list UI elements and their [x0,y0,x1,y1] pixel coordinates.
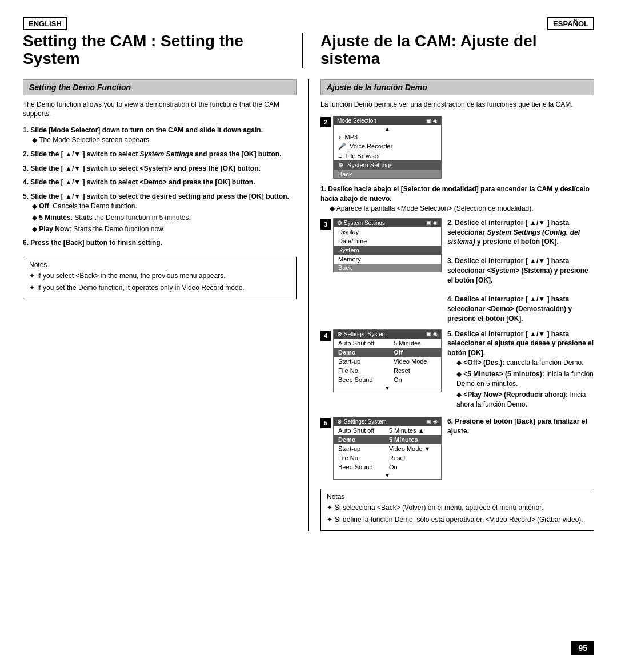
notas-item-2: Si define la función Demo, sólo está ope… [327,515,588,525]
screen5-row-autoshut: Auto Shut off5 Minutes ▲ [334,426,441,435]
screen5-arrow-down: ▼ [334,472,441,479]
screen5-row-startup: Start-upVideo Mode ▼ [334,444,441,453]
screen2-num: 2 [320,117,331,127]
screen5-row-beep: Beep SoundOn [334,462,441,472]
right-step-5-bullet-1: <Off> (Des.): cancela la función Demo. [447,358,594,368]
screen3-item-datetime: Date/Time [334,236,441,246]
screen2-item-back: Back [334,170,441,178]
left-intro: The Demo function allows you to view a d… [23,100,297,119]
notes-title: Notes [29,261,290,269]
screen5-row-demo: Demo5 Minutes [334,435,441,444]
screen2-icons: ▣ ◉ [426,118,438,124]
screen2-row: 2 Mode Selection ▣ ◉ ▲ ♪ MP3 🎤 Voice Rec… [320,116,442,179]
screen3-item-display: Display [334,227,441,236]
screen2-arrow-up: ▲ [334,125,441,132]
right-step-5-bullet-2: <5 Minutes> (5 minutos): Inicia la funci… [447,369,594,389]
lang-badge-english: ENGLISH [23,17,67,30]
screen2-box: Mode Selection ▣ ◉ ▲ ♪ MP3 🎤 Voice Recor… [333,116,442,179]
left-steps: 1. Slide [Mode Selector] down to turn on… [23,126,297,248]
left-section-header: Setting the Demo Function [23,79,297,95]
right-step-2-3: 2. Deslice el interruptor [ ▲/▼ ] hasta … [444,218,594,324]
screens-container: 2 Mode Selection ▣ ◉ ▲ ♪ MP3 🎤 Voice Rec… [320,116,594,179]
screen4-title: ⚙ Settings: System ▣ ◉ [334,330,441,339]
screen3-item-back: Back [334,264,441,272]
step-1-bullet-1: The Mode Selection screen appears. [23,135,297,145]
screen3-num: 3 [320,219,331,230]
screen5-icons: ▣ ◉ [426,419,438,424]
screen3-title-text: ⚙ System Settings [337,220,385,226]
screen4-box: ⚙ Settings: System ▣ ◉ Auto Shut off5 Mi… [333,329,442,392]
two-column-layout: Setting the Demo Function The Demo funct… [23,79,594,531]
step-5-bullet-2: 5 Minutes: Starts the Demo function in 5… [23,213,297,223]
right-section-header: Ajuste de la función Demo [320,79,594,95]
right-step-1: 1. Deslice hacia abajo el [Selector de m… [320,184,594,213]
screen4-arrow-down: ▼ [334,384,441,392]
right-step-6: 6. Presione el botón [Back] para finaliz… [444,417,594,436]
screen4-title-text: ⚙ Settings: System [337,331,387,337]
main-title-row: Setting the CAM : Setting the System Aju… [23,33,594,68]
screen2-title: Mode Selection ▣ ◉ [334,116,441,125]
screen5-box: ⚙ Settings: System ▣ ◉ Auto Shut off5 Mi… [333,417,442,480]
screen5-title: ⚙ Settings: System ▣ ◉ [334,417,441,426]
step-3: 3. Slide the [ ▲/▼ ] switch to select <S… [23,164,297,174]
page-content: ENGLISH ESPAÑOL Setting the CAM : Settin… [23,17,594,531]
screen5-row: 5 ⚙ Settings: System ▣ ◉ Auto Shut off5 … [320,417,594,480]
screen4-num: 4 [320,331,331,341]
screen3-item-memory: Memory [334,255,441,264]
screen4-table: Auto Shut off5 Minutes DemoOff Start-upV… [334,339,441,384]
notas-box: Notas Si selecciona <Back> (Volver) en e… [320,489,594,531]
title-divider [302,33,303,68]
notes-item-2: If you set the Demo function, it operate… [29,283,290,293]
right-step-5-bullet-3: <Play Now> (Reproducir ahora): Inicia ah… [447,390,594,409]
screen3-row: 3 ⚙ System Settings ▣ ◉ Display Date/Tim… [320,218,594,324]
screen2-container: 2 Mode Selection ▣ ◉ ▲ ♪ MP3 🎤 Voice Rec… [320,116,442,179]
screen2-item-system: ⚙ System Settings [334,160,441,170]
screen4-row-autoshut: Auto Shut off5 Minutes [334,339,441,348]
screen5-table: Auto Shut off5 Minutes ▲ Demo5 Minutes S… [334,426,441,472]
notes-box: Notes If you select <Back> in the menu, … [23,257,297,299]
screen2-item-mp3: ♪ MP3 [334,132,441,142]
screen5-title-text: ⚙ Settings: System [337,419,387,425]
notas-item-1: Si selecciona <Back> (Volver) en el menú… [327,503,588,513]
screen2-item-file: ≡ File Browser [334,151,441,160]
main-title-right: Ajuste de la CAM: Ajuste del sistema [309,33,594,68]
step-5: 5. Slide the [ ▲/▼ ] switch to select th… [23,192,297,234]
screen3-title: ⚙ System Settings ▣ ◉ [334,219,441,227]
screen2-item-voice: 🎤 Voice Recorder [334,142,441,151]
screen5-num: 5 [320,418,331,428]
screen4-row-startup: Start-upVideo Mode [334,357,441,366]
step-5-bullet-1: Off: Cancels the Demo function. [23,202,297,211]
screen3-item-system: System [334,246,441,255]
left-column: Setting the Demo Function The Demo funct… [23,79,309,531]
main-title-left: Setting the CAM : Setting the System [23,33,297,68]
screen2-title-text: Mode Selection [337,118,376,124]
screen4-row-demo: DemoOff [334,348,441,357]
notes-item-1: If you select <Back> in the menu, the pr… [29,271,290,281]
page-number: 95 [571,641,594,655]
step-4: 4. Slide the [ ▲/▼ ] switch to select <D… [23,178,297,187]
lang-badge-espanol: ESPAÑOL [547,17,594,30]
step-1: 1. Slide [Mode Selector] down to turn on… [23,126,297,145]
screen3-box: ⚙ System Settings ▣ ◉ Display Date/Time … [333,218,442,272]
screen4-icons: ▣ ◉ [426,331,438,337]
right-step-5: 5. Deslice el interruptor [ ▲/▼ ] hasta … [444,329,594,411]
screen4-row-beep: Beep SoundOn [334,375,441,384]
right-column: Ajuste de la función Demo La función Dem… [309,79,594,531]
step-5-bullet-3: Play Now: Starts the Demo function now. [23,224,297,234]
right-step-1-bullet: Aparece la pantalla <Mode Selection> (Se… [320,204,594,214]
step-2: 2. Slide the [ ▲/▼ ] switch to select Sy… [23,150,297,159]
notas-title: Notas [327,493,588,501]
screen5-row-fileno: File No.Reset [334,453,441,462]
screen4-row-fileno: File No.Reset [334,366,441,375]
screen3-icons: ▣ ◉ [426,220,438,226]
step-6: 6. Press the [Back] button to finish set… [23,238,297,248]
right-intro: La función Demo permite ver una demostra… [320,100,594,110]
screen4-row: 4 ⚙ Settings: System ▣ ◉ Auto Shut off5 … [320,329,594,411]
header-row: ENGLISH ESPAÑOL [23,17,594,30]
